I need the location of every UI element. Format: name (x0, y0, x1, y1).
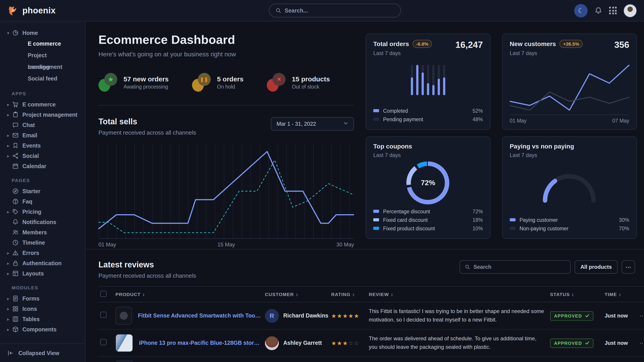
card-period: Last 7 days (510, 152, 574, 158)
sidebar-item-ecommerce-dashboard[interactable]: E commerce (7, 38, 82, 50)
sidebar-item-icons[interactable]: ▸ Icons (7, 304, 82, 314)
sidebar-item-label: Home (22, 30, 38, 36)
sidebar-item-starter[interactable]: Starter (7, 186, 82, 196)
sidebar-item-forms[interactable]: ▸ Forms (7, 293, 82, 304)
user-avatar[interactable] (624, 4, 637, 17)
review-time: Just now (603, 329, 635, 357)
column-header-time[interactable]: TIME▲▼ (603, 286, 635, 302)
total-sells-title: Total sells (98, 117, 196, 127)
legend-swatch (373, 109, 379, 112)
sidebar-item-social[interactable]: ▸ Social (7, 151, 82, 161)
sidebar-item-members[interactable]: Members (7, 227, 82, 237)
legend-swatch (373, 227, 379, 230)
top-coupons-donut-chart: 72% (406, 161, 450, 204)
legend-label: Completed (383, 108, 408, 113)
legend-value: 30% (619, 217, 629, 223)
legend-value: 10% (472, 226, 483, 231)
product-thumbnail[interactable] (116, 361, 133, 362)
caret-right-icon: ▸ (7, 210, 12, 214)
customer-avatar[interactable] (265, 336, 279, 350)
row-actions-button[interactable]: ⋯ (635, 329, 644, 357)
top-coupons-legend: Percentage discount 72% Fixed card disco… (373, 207, 483, 233)
product-link[interactable]: iPhone 13 pro max-Pacific Blue-128GB sto… (139, 340, 261, 346)
brand-logo[interactable]: phoenix (7, 5, 56, 16)
card-period: Last 7 days (510, 50, 583, 56)
apps-grid-icon[interactable] (609, 7, 617, 14)
all-products-button[interactable]: All products (575, 260, 618, 274)
x-tick: 01 May (510, 118, 526, 123)
sidebar-item-calendar[interactable]: Calendar (7, 161, 82, 171)
sidebar-item-apps-ecommerce[interactable]: ▸ E commerce (7, 99, 82, 110)
product-thumbnail-fitbit[interactable] (116, 307, 132, 325)
card-period: Last 7 days (373, 50, 432, 56)
table-row-partial (98, 357, 644, 362)
notifications-bell-icon[interactable] (594, 6, 602, 14)
legend-swatch (373, 210, 379, 213)
sidebar-item-components[interactable]: ▸ Components (7, 324, 82, 335)
column-header-review[interactable]: REVIEW▲▼ (367, 286, 548, 302)
review-text: The order was delivered ahead of schedul… (369, 335, 546, 351)
sidebar-item-tables[interactable]: ▸ Tables (7, 314, 82, 324)
sidebar-nav: ▾ Home E commerce Project management Lan… (0, 21, 85, 344)
x-tick: 30 May (336, 242, 354, 248)
reviews-search-input[interactable] (474, 264, 565, 270)
sidebar-item-landing[interactable]: Landing (7, 61, 82, 73)
column-header-rating[interactable]: RATING▲▼ (330, 286, 367, 302)
status-badge: APPROVED (550, 338, 593, 348)
stat-caption: On hold (217, 84, 244, 89)
brand-name: phoenix (22, 5, 56, 15)
column-header-customer[interactable]: CUSTOMER▲▼ (263, 286, 330, 302)
caret-right-icon: ▸ (7, 327, 12, 332)
sidebar-item-errors[interactable]: ▸ Errors (7, 248, 82, 258)
reviews-search[interactable] (460, 260, 570, 274)
global-search-input[interactable] (285, 7, 394, 14)
date-range-select[interactable]: Mar 1 - 31, 2022 (271, 117, 354, 131)
theme-toggle-moon-icon[interactable]: ☾ (574, 4, 588, 17)
customer-avatar[interactable]: R (265, 309, 279, 323)
global-search[interactable] (269, 3, 401, 17)
sidebar-item-email[interactable]: ▸ Email (7, 130, 82, 140)
collapse-sidebar-button[interactable]: Collapsed View (0, 344, 85, 362)
sidebar-item-faq[interactable]: Faq (7, 196, 82, 207)
trend-badge: +26.5% (560, 40, 583, 48)
sidebar-item-chat[interactable]: Chat (7, 120, 82, 130)
pause-icon: ❚❚ (198, 73, 211, 86)
total-orders-value: 16,247 (455, 40, 483, 50)
legend-value: 18% (472, 217, 483, 223)
sidebar-item-pricing[interactable]: ▸ Pricing (7, 207, 82, 217)
sidebar-item-project-management-dashboard[interactable]: Project management (7, 50, 82, 61)
stat-out-of-stock: ✕ 15 products Out of stock (267, 73, 330, 92)
sidebar-item-layouts[interactable]: ▸ Layouts (7, 268, 82, 279)
collapse-left-icon (7, 350, 14, 357)
row-checkbox[interactable] (100, 312, 106, 318)
search-icon (465, 264, 470, 270)
sidebar-item-authentication[interactable]: ▸ Authentication (7, 258, 82, 268)
row-actions-button[interactable]: ⋯ (635, 302, 644, 329)
date-range-value: Mar 1 - 31, 2022 (276, 121, 316, 127)
select-all-checkbox[interactable] (100, 291, 106, 297)
users-icon (12, 229, 19, 236)
legend-label: Non-paying customer (520, 226, 568, 231)
review-text: This Fitbit is fantastic! I was trying t… (369, 308, 546, 324)
clock-icon (12, 239, 19, 246)
new-customers-value: 356 (614, 40, 629, 50)
product-link[interactable]: Fitbit Sense Advanced Smartwatch with To… (138, 313, 261, 319)
more-options-button[interactable]: ⋯ (622, 260, 635, 274)
sidebar-item-timeline[interactable]: Timeline (7, 237, 82, 248)
sidebar-item-label: Starter (22, 188, 40, 194)
sidebar-item-home[interactable]: ▾ Home (7, 28, 82, 38)
lock-icon (12, 260, 19, 267)
caret-right-icon: ▸ (7, 296, 12, 301)
caret-right-icon: ▸ (7, 154, 12, 158)
row-checkbox[interactable] (100, 339, 106, 345)
sidebar-item-social-feed[interactable]: Social feed (7, 73, 82, 84)
column-header-status[interactable]: STATUS▲▼ (548, 286, 603, 302)
layout-icon (12, 270, 19, 277)
sidebar-item-events[interactable]: ▸ Events (7, 140, 82, 151)
sidebar-item-apps-project-management[interactable]: ▸ Project management (7, 110, 82, 120)
column-header-product[interactable]: PRODUCT▲▼ (114, 286, 263, 302)
paying-vs-nonpaying-card: Paying vs non paying Last 7 days (502, 136, 637, 239)
bookmark-icon (12, 142, 19, 149)
sidebar-item-notifications[interactable]: Notifications (7, 217, 82, 227)
product-thumbnail-iphone[interactable] (116, 334, 133, 352)
